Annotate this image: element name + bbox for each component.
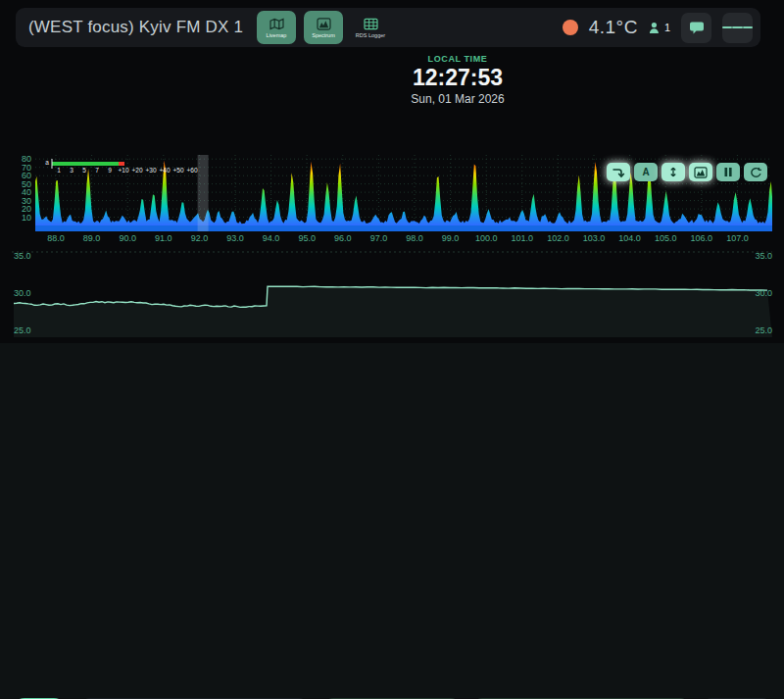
svg-text:+40: +40 — [159, 167, 170, 174]
svg-text:94.0: 94.0 — [263, 233, 280, 243]
pause-icon — [723, 167, 733, 177]
nav-rds-logger-label: RDS Logger — [356, 32, 385, 38]
nav-spectrum-label: Spectrum — [312, 32, 335, 38]
svg-text:+60: +60 — [186, 167, 197, 174]
spectrum-auto-button[interactable]: A — [634, 163, 658, 181]
fmdx-webserver-app: (WEST focus) Kyiv FM DX 1 Livemap Spectr… — [0, 0, 784, 699]
svg-text:90.0: 90.0 — [119, 233, 136, 243]
spectrum-chart-icon — [317, 18, 331, 30]
top-bar-right: 4.1°C 1 — [563, 8, 753, 47]
clock-date: Sun, 01 Mar 2026 — [360, 92, 556, 106]
user-icon — [649, 22, 662, 34]
hamburger-icon — [722, 26, 732, 28]
svg-text:9: 9 — [108, 167, 112, 174]
nav-livemap-label: Livemap — [267, 32, 287, 38]
svg-text:35.0: 35.0 — [14, 251, 31, 261]
svg-text:3: 3 — [70, 167, 74, 174]
svg-text:92.0: 92.0 — [191, 233, 209, 243]
svg-text:25.0: 25.0 — [14, 325, 31, 335]
svg-text:+10: +10 — [118, 167, 128, 174]
svg-text:+20: +20 — [131, 167, 142, 174]
spectrum-pause-button[interactable] — [716, 163, 740, 181]
menu-button[interactable] — [722, 13, 753, 43]
listener-count: 1 — [664, 22, 670, 33]
status-dot — [563, 20, 578, 35]
refresh-icon — [750, 167, 762, 178]
svg-text:93.0: 93.0 — [226, 233, 244, 243]
area-chart-icon — [694, 167, 708, 178]
svg-text:97.0: 97.0 — [370, 233, 388, 243]
chat-button[interactable] — [681, 13, 711, 43]
nav-rds-logger-button[interactable]: RDS Logger — [351, 11, 390, 44]
svg-text:107.0: 107.0 — [726, 233, 749, 243]
arrow-turn-down-icon — [612, 167, 625, 178]
svg-text:95.0: 95.0 — [298, 233, 316, 243]
svg-text:30.0: 30.0 — [755, 288, 772, 298]
svg-text:7: 7 — [95, 167, 99, 174]
svg-text:35.0: 35.0 — [755, 251, 772, 261]
svg-text:30.0: 30.0 — [14, 288, 31, 298]
svg-text:105.0: 105.0 — [655, 233, 677, 243]
nav-livemap-button[interactable]: Livemap — [257, 11, 296, 44]
server-select-dropdown[interactable]: (WEST focus) Kyiv FM DX 1 — [28, 8, 289, 47]
top-nav: Livemap Spectrum RDS Logger — [257, 11, 390, 44]
svg-text:99.0: 99.0 — [442, 233, 460, 243]
arrows-vertical-icon — [667, 166, 679, 178]
signal-graph: 35.035.030.030.025.025.0 — [0, 247, 784, 337]
svg-text:25.0: 25.0 — [755, 325, 772, 335]
svg-text:96.0: 96.0 — [334, 233, 352, 243]
svg-text:10: 10 — [22, 213, 31, 223]
svg-text:5: 5 — [82, 167, 86, 174]
svg-text:106.0: 106.0 — [691, 233, 713, 243]
spectrum-retune-button[interactable] — [607, 163, 630, 181]
spectrum-style-button[interactable] — [689, 163, 712, 181]
svg-text:102.0: 102.0 — [547, 233, 569, 243]
svg-text:104.0: 104.0 — [618, 233, 641, 243]
svg-text:89.0: 89.0 — [83, 233, 101, 243]
svg-text:1: 1 — [57, 167, 61, 174]
spectrum-vertical-scale-button[interactable] — [662, 163, 685, 181]
listener-counter: 1 — [649, 22, 670, 34]
svg-text:100.0: 100.0 — [475, 233, 498, 243]
local-clock: LOCAL TIME 12:27:53 Sun, 01 Mar 2026 — [360, 54, 556, 106]
svg-text:88.0: 88.0 — [47, 233, 65, 243]
chat-bubble-icon — [689, 21, 705, 35]
clock-label: LOCAL TIME — [360, 54, 556, 64]
svg-text:a: a — [45, 159, 49, 166]
table-icon — [364, 18, 378, 30]
temperature: 4.1°C — [589, 17, 638, 38]
svg-text:98.0: 98.0 — [406, 233, 423, 243]
svg-text:91.0: 91.0 — [155, 233, 172, 243]
dashboard: UKRAINE No PTY TP TA MS AF — [0, 343, 784, 699]
svg-text:103.0: 103.0 — [583, 233, 606, 243]
map-icon — [270, 18, 284, 30]
nav-spectrum-button[interactable]: Spectrum — [304, 11, 343, 44]
spectrum-toolbar: A — [607, 163, 767, 181]
svg-text:+30: +30 — [145, 167, 156, 174]
clock-time: 12:27:53 — [360, 65, 556, 91]
svg-text:+50: +50 — [172, 167, 183, 174]
top-bar: (WEST focus) Kyiv FM DX 1 Livemap Spectr… — [16, 8, 760, 47]
spectrum-refresh-button[interactable] — [744, 163, 767, 181]
svg-text:101.0: 101.0 — [512, 233, 534, 243]
server-title: (WEST focus) Kyiv FM DX 1 — [28, 18, 243, 37]
letter-a-icon: A — [642, 167, 649, 177]
